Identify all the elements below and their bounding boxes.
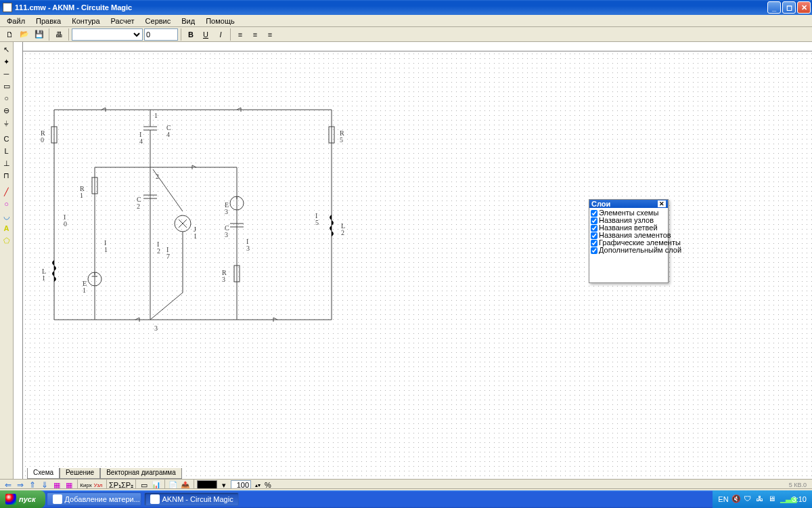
italic-button[interactable]: I [214,28,227,41]
svg-text:5: 5 [340,136,343,144]
layer-checkbox[interactable] [591,210,597,217]
svg-line-45 [150,293,183,320]
capacitor-tool[interactable]: C [1,133,13,145]
bold-button[interactable]: B [184,28,198,41]
align-left-button[interactable]: ≡ [233,28,247,41]
svg-text:1: 1 [83,287,86,294]
layers-panel-body: Элементы схемы Названия узлов Названия в… [589,208,668,282]
font-select[interactable] [72,28,143,41]
transformer-tool[interactable]: ⊓ [1,169,13,182]
svg-text:3: 3 [225,231,228,238]
menu-view[interactable]: Вид [177,16,199,26]
tray-icon[interactable]: 🔇 [731,494,741,504]
tray-icon[interactable]: 🛡 [744,494,753,504]
align-right-button[interactable]: ≡ [263,28,277,41]
clock[interactable]: 3:10 [792,495,807,503]
inductor-tool[interactable]: L [1,145,13,157]
mutual-tool[interactable]: ⊥ [1,157,13,169]
taskbar-item[interactable]: AKNM - Circuit Magic [144,492,239,506]
separator [49,28,49,41]
layer-checkbox[interactable] [591,217,597,224]
wire-tool[interactable]: ─ [1,68,13,80]
menu-file[interactable]: Файл [3,16,29,26]
status-filesize: 5 КВ.0 [789,482,809,488]
svg-text:4: 4 [139,137,143,145]
language-indicator[interactable]: EN [718,495,728,503]
windows-logo-icon [5,494,16,505]
menu-service[interactable]: Сервис [141,16,175,26]
open-button[interactable] [18,28,31,41]
close-button[interactable]: ✕ [797,1,811,14]
svg-text:2: 2 [137,203,140,210]
pointer-tool[interactable]: ↖ [1,43,13,56]
svg-text:7: 7 [166,253,170,260]
node-tool[interactable]: ✦ [1,56,13,68]
layer-checkbox[interactable] [591,232,597,239]
menu-help[interactable]: Помощь [202,16,239,26]
svg-text:5: 5 [315,219,319,226]
svg-text:0: 0 [41,136,44,144]
svg-text:0: 0 [64,220,67,228]
window-controls: _ ◻ ✕ [767,1,811,14]
window-title: 111.cmw - AKNM - Circuite Magic [15,3,767,12]
layer-checkbox[interactable] [591,225,597,232]
svg-text:2: 2 [341,229,344,236]
svg-text:1: 1 [104,246,108,253]
start-button[interactable]: пуск [0,490,45,508]
tab-vector[interactable]: Векторная диаграмма [100,468,182,479]
resistor-tool[interactable]: ▭ [1,80,13,92]
canvas[interactable]: R0 1 C4 I4 R5 I5 L2 R1 I0 [14,42,812,479]
svg-text:1: 1 [154,112,158,119]
layers-panel[interactable]: Слои ✕ Элементы схемы Названия узлов Наз… [589,199,669,283]
text-tool[interactable]: A [1,222,13,234]
align-center-button[interactable]: ≡ [248,28,262,41]
maximize-button[interactable]: ◻ [782,1,796,14]
task-label: AKNM - Circuit Magic [162,495,233,503]
tray-signal-icon[interactable]: ▁▃▅ [780,494,790,504]
svg-text:2: 2 [157,247,160,255]
tray-icon[interactable]: 🖥 [768,494,777,504]
circuit-diagram: R0 1 C4 I4 R5 I5 L2 R1 I0 [34,62,372,333]
emf-tool[interactable]: ○ [1,92,13,104]
ground-tool[interactable]: ⏚ [1,117,13,129]
menu-edit[interactable]: Правка [32,16,65,26]
print-button[interactable] [52,28,66,41]
workspace: ↖ ✦ ─ ▭ ○ ⊖ ⏚ C L ⊥ ⊓ ╱ ○ ◡ A ⬠ R0 1 [0,42,812,479]
arc-tool[interactable]: ◡ [1,210,13,222]
app-icon [3,3,12,12]
svg-text:4: 4 [166,131,170,138]
left-toolbox: ↖ ✦ ─ ▭ ○ ⊖ ⏚ C L ⊥ ⊓ ╱ ○ ◡ A ⬠ [0,42,14,479]
tray-icon[interactable]: 🖧 [756,494,765,504]
new-button[interactable] [3,28,16,41]
current-tool[interactable]: ⊖ [1,104,13,117]
minimize-button[interactable]: _ [767,1,781,14]
menu-contours[interactable]: Контура [68,16,104,26]
bottom-tabs: Схема Решение Векторная диаграмма [27,468,182,479]
svg-line-40 [153,169,183,211]
save-button[interactable] [32,28,46,41]
separator [68,28,69,41]
task-icon [53,494,62,504]
svg-text:3: 3 [225,208,228,215]
system-tray: EN 🔇 🛡 🖧 🖥 ▁▃▅ 3:10 [713,490,812,508]
svg-text:3: 3 [222,276,225,283]
layers-close-button[interactable]: ✕ [658,200,666,207]
title-bar: 111.cmw - AKNM - Circuite Magic _ ◻ ✕ [0,0,812,15]
tab-solution[interactable]: Решение [60,468,100,479]
line-tool[interactable]: ╱ [1,186,13,198]
taskbar-item[interactable]: Добавление матери... [47,492,141,506]
ellipse-tool[interactable]: ○ [1,198,13,210]
layers-panel-header[interactable]: Слои ✕ [589,200,668,208]
main-toolbar: B U I ≡ ≡ ≡ [0,27,812,42]
layer-checkbox[interactable] [591,247,597,254]
layer-checkbox[interactable] [591,240,597,247]
menu-calc[interactable]: Расчет [107,16,139,26]
task-icon [150,494,160,504]
tab-scheme[interactable]: Схема [27,468,60,479]
separator [181,28,181,41]
task-label: Добавление матери... [65,495,140,503]
svg-text:1: 1 [80,192,83,199]
underline-button[interactable]: U [199,28,212,41]
font-size-input[interactable] [144,28,178,41]
polygon-tool[interactable]: ⬠ [1,234,13,247]
